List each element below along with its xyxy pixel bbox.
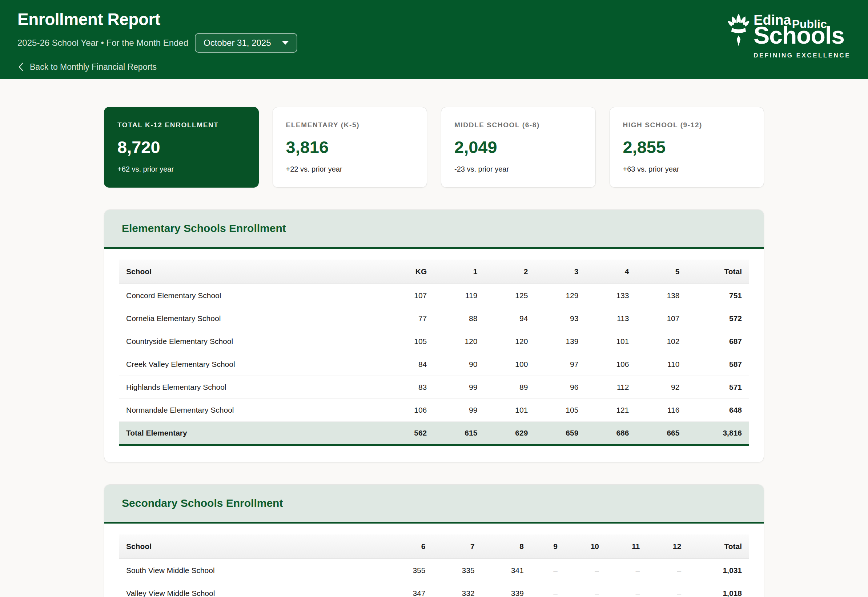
- card-delta: +62 vs. prior year: [117, 165, 245, 174]
- summary-card-total-k12: TOTAL K-12 ENROLLMENT 8,720 +62 vs. prio…: [104, 107, 259, 188]
- card-delta: -23 vs. prior year: [454, 165, 582, 174]
- column-header: Total: [688, 535, 749, 559]
- table-row: Highlands Elementary School8399899611292…: [119, 376, 749, 399]
- value-cell: 88: [434, 307, 485, 330]
- header-row: SchoolKG12345Total: [119, 260, 749, 284]
- value-cell: 94: [485, 307, 535, 330]
- panel-title: Elementary Schools Enrollment: [122, 222, 746, 235]
- value-cell: 101: [586, 330, 636, 353]
- card-delta: +22 vs. prior year: [286, 165, 414, 174]
- value-cell: 120: [434, 330, 485, 353]
- logo-wordmark: Edina Public Schools DEFINING EXCELLENCE: [754, 13, 850, 58]
- value-cell: –: [647, 582, 688, 597]
- column-header: 1: [434, 260, 485, 284]
- value-cell: 106: [586, 353, 636, 376]
- secondary-enrollment-table: School6789101112Total South View Middle …: [119, 535, 749, 597]
- value-cell: 112: [586, 376, 636, 399]
- value-cell: 332: [433, 582, 482, 597]
- district-crown-icon: [727, 14, 750, 49]
- column-header: 10: [565, 535, 606, 559]
- value-cell: 107: [636, 307, 687, 330]
- value-cell: 686: [586, 422, 636, 446]
- value-cell: –: [647, 559, 688, 582]
- card-value: 2,049: [454, 137, 582, 157]
- value-cell: 129: [535, 284, 586, 307]
- value-cell: 121: [586, 399, 636, 422]
- value-cell: 106: [383, 399, 434, 422]
- value-cell: 99: [434, 399, 485, 422]
- summary-card-elementary: ELEMENTARY (K-5) 3,816 +22 vs. prior yea…: [273, 107, 427, 188]
- header-row: School6789101112Total: [119, 535, 749, 559]
- table-head: SchoolKG12345Total: [119, 260, 749, 284]
- value-cell: 90: [434, 353, 485, 376]
- card-value: 3,816: [286, 137, 414, 157]
- value-cell: 84: [383, 353, 434, 376]
- value-cell: 133: [586, 284, 636, 307]
- elementary-enrollment-panel: Elementary Schools Enrollment SchoolKG12…: [104, 209, 764, 462]
- table-row: Normandale Elementary School106991011051…: [119, 399, 749, 422]
- value-cell: 648: [687, 399, 749, 422]
- report-subtitle: 2025-26 School Year • For the Month Ende…: [18, 38, 188, 48]
- page-title: Enrollment Report: [18, 10, 297, 29]
- value-cell: 138: [636, 284, 687, 307]
- school-name-cell: Total Elementary: [119, 422, 383, 446]
- value-cell: 355: [383, 559, 433, 582]
- value-cell: 139: [535, 330, 586, 353]
- card-label: ELEMENTARY (K-5): [286, 121, 414, 129]
- table-head: School6789101112Total: [119, 535, 749, 559]
- value-cell: 3,816: [687, 422, 749, 446]
- value-cell: 120: [485, 330, 535, 353]
- value-cell: 125: [485, 284, 535, 307]
- value-cell: 1,031: [688, 559, 749, 582]
- value-cell: 107: [383, 284, 434, 307]
- subtitle-row: 2025-26 School Year • For the Month Ende…: [18, 33, 297, 53]
- edina-logo: Edina Public Schools DEFINING EXCELLENCE: [727, 13, 850, 58]
- back-link-label: Back to Monthly Financial Reports: [30, 62, 157, 72]
- value-cell: 93: [535, 307, 586, 330]
- value-cell: 339: [482, 582, 531, 597]
- column-header: School: [119, 260, 383, 284]
- header-left: Enrollment Report 2025-26 School Year • …: [18, 10, 297, 72]
- logo-word-public: Public: [792, 18, 827, 30]
- caret-down-icon: [282, 41, 289, 45]
- value-cell: 116: [636, 399, 687, 422]
- school-name-cell: Concord Elementary School: [119, 284, 383, 307]
- column-header: 8: [482, 535, 531, 559]
- value-cell: 113: [586, 307, 636, 330]
- value-cell: 562: [383, 422, 434, 446]
- value-cell: 615: [434, 422, 485, 446]
- table-body: South View Middle School355335341––––1,0…: [119, 559, 749, 597]
- table-row: Cornelia Elementary School77889493113107…: [119, 307, 749, 330]
- value-cell: 347: [383, 582, 433, 597]
- logo-tagline: DEFINING EXCELLENCE: [754, 52, 850, 58]
- month-dropdown-value: October 31, 2025: [203, 38, 271, 48]
- school-name-cell: Cornelia Elementary School: [119, 307, 383, 330]
- value-cell: 587: [687, 353, 749, 376]
- table-row: Concord Elementary School107119125129133…: [119, 284, 749, 307]
- column-header: 4: [586, 260, 636, 284]
- month-dropdown[interactable]: October 31, 2025: [195, 33, 297, 53]
- school-name-cell: Valley View Middle School: [119, 582, 383, 597]
- panel-body: SchoolKG12345Total Concord Elementary Sc…: [104, 249, 764, 462]
- value-cell: 687: [687, 330, 749, 353]
- value-cell: 659: [535, 422, 586, 446]
- value-cell: 105: [535, 399, 586, 422]
- value-cell: 102: [636, 330, 687, 353]
- back-link[interactable]: Back to Monthly Financial Reports: [18, 62, 157, 72]
- value-cell: 83: [383, 376, 434, 399]
- value-cell: 1,018: [688, 582, 749, 597]
- value-cell: 110: [636, 353, 687, 376]
- value-cell: 335: [433, 559, 482, 582]
- value-cell: 101: [485, 399, 535, 422]
- value-cell: 97: [535, 353, 586, 376]
- column-header: 9: [531, 535, 565, 559]
- card-label: MIDDLE SCHOOL (6-8): [454, 121, 582, 129]
- school-name-cell: South View Middle School: [119, 559, 383, 582]
- school-name-cell: Creek Valley Elementary School: [119, 353, 383, 376]
- value-cell: 629: [485, 422, 535, 446]
- value-cell: 751: [687, 284, 749, 307]
- value-cell: 89: [485, 376, 535, 399]
- card-value: 2,855: [623, 137, 751, 157]
- column-header: 11: [606, 535, 647, 559]
- school-name-cell: Normandale Elementary School: [119, 399, 383, 422]
